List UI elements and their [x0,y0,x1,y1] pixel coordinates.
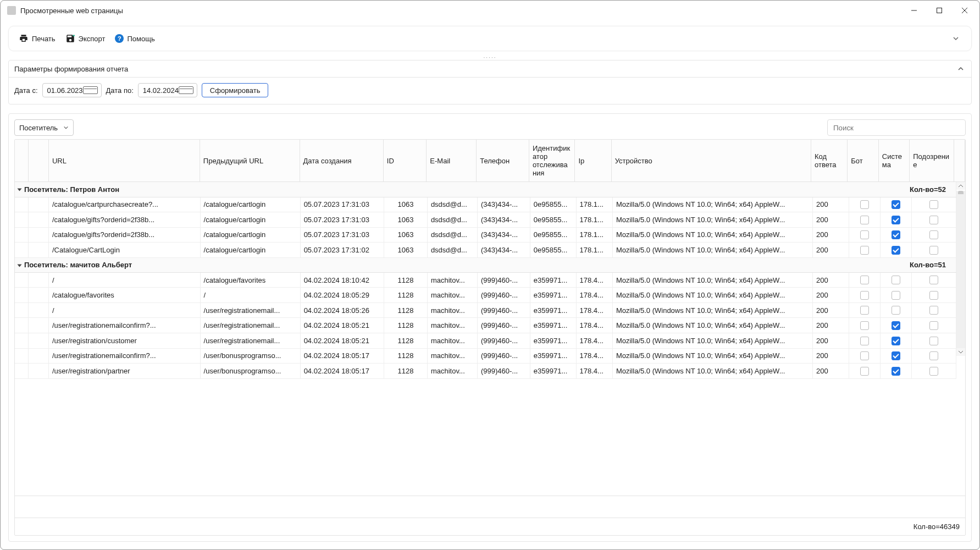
checkbox-system[interactable] [892,306,900,315]
toolbar-collapse-button[interactable] [950,33,961,44]
header-system[interactable]: Система [878,140,909,182]
table-row[interactable]: /user/registrationemailconfirm?.../user/… [15,348,956,364]
print-icon [19,34,29,43]
cell-ip: 178.1... [576,227,612,243]
header-device[interactable]: Устройство [611,140,811,182]
checkbox-bot[interactable] [860,246,869,255]
header-tracking[interactable]: Идентификатор отслеживания [529,140,574,182]
cell-email: machitov... [427,364,477,379]
checkbox-system[interactable] [892,351,900,360]
checkbox-suspicion[interactable] [929,291,938,300]
group-row[interactable]: Посетитель: Петров АнтонКол-во=52 [15,182,956,197]
close-button[interactable] [952,2,977,19]
scroll-up-icon[interactable] [956,182,965,190]
table-row[interactable]: //catalogue/favorites04.02.2024 18:10:42… [15,272,956,288]
checkbox-system[interactable] [892,200,900,209]
checkbox-system[interactable] [892,291,900,300]
checkbox-suspicion[interactable] [929,276,938,284]
date-to-input[interactable]: 14.02.2024 [138,83,197,97]
help-icon: ? [115,34,124,43]
print-button[interactable]: Печать [19,34,56,43]
cell-prev-url: /user/bonusprogramso... [200,348,300,364]
cell-phone: (999)460-... [477,288,530,303]
checkbox-system[interactable] [892,337,900,345]
checkbox-system[interactable] [892,321,900,330]
checkbox-system[interactable] [892,230,900,239]
checkbox-bot[interactable] [860,230,869,239]
checkbox-bot[interactable] [860,276,869,284]
checkbox-bot[interactable] [860,200,869,209]
maximize-button[interactable] [927,2,952,19]
chevron-down-icon [63,124,69,132]
table-row[interactable]: /user/registrationemailconfirm?.../user/… [15,318,956,333]
checkbox-system[interactable] [892,367,900,376]
cell-device: Mozilla/5.0 (Windows NT 10.0; Win64; x64… [612,364,812,379]
table-row[interactable]: /catalogue/favorites/04.02.2024 18:05:29… [15,288,956,303]
header-id[interactable]: ID [383,140,427,182]
table-row[interactable]: /user/registration/partner/user/bonuspro… [15,364,956,379]
cell-tracking: 0e95855... [530,212,576,228]
calendar-icon[interactable] [83,86,98,94]
generate-button[interactable]: Сформировать [202,83,269,97]
checkbox-suspicion[interactable] [929,306,938,315]
vertical-scrollbar[interactable] [956,182,965,496]
cell-email: machitov... [427,288,477,303]
cell-date: 04.02.2024 18:05:17 [300,348,384,364]
checkbox-bot[interactable] [860,337,869,345]
checkbox-bot[interactable] [860,367,869,376]
minimize-button[interactable] [901,2,927,19]
checkbox-system[interactable] [892,246,900,255]
checkbox-bot[interactable] [860,216,869,224]
checkbox-bot[interactable] [860,321,869,330]
table-row[interactable]: /user/registration/customer/user/registr… [15,333,956,349]
header-created[interactable]: Дата создания [300,140,383,182]
checkbox-suspicion[interactable] [929,216,938,224]
collapse-icon[interactable] [18,264,22,267]
cell-prev-url: /catalogue/cartlogin [200,243,300,258]
help-button[interactable]: ? Помощь [115,34,154,43]
header-email[interactable]: E-Mail [427,140,477,182]
header-ip[interactable]: Ip [575,140,611,182]
header-prev-url[interactable]: Предыдущий URL [200,140,300,182]
checkbox-bot[interactable] [860,351,869,360]
export-button[interactable]: Экспорт [65,34,106,43]
date-to-label: Дата по: [106,86,134,95]
checkbox-suspicion[interactable] [929,321,938,330]
calendar-icon[interactable] [179,86,193,94]
collapse-icon[interactable] [18,189,22,191]
cell-tracking: e359971... [530,288,576,303]
checkbox-bot[interactable] [860,291,869,300]
splitter[interactable]: ····· [8,54,972,60]
table-row[interactable]: /catalogue/cartpurchasecreate?.../catalo… [15,197,956,212]
header-url[interactable]: URL [48,140,200,182]
header-phone[interactable]: Телефон [477,140,529,182]
header-code[interactable]: Код ответа [811,140,848,182]
params-collapse-button[interactable] [956,64,966,74]
table-row[interactable]: /catalogue/gifts?orderid=2f38b.../catalo… [15,212,956,228]
checkbox-suspicion[interactable] [929,351,938,360]
checkbox-suspicion[interactable] [929,367,938,376]
checkbox-system[interactable] [892,216,900,224]
date-from-input[interactable]: 01.06.2023 [42,83,102,97]
cell-email: dsdsd@d... [427,212,477,228]
group-row[interactable]: Посетитель: мачитов АльбертКол-во=51 [15,257,956,272]
checkbox-bot[interactable] [860,306,869,315]
cell-phone: (999)460-... [477,333,530,349]
checkbox-suspicion[interactable] [929,246,938,255]
checkbox-suspicion[interactable] [929,337,938,345]
cell-email: machitov... [427,272,477,288]
cell-ip: 178.4... [576,288,612,303]
table-row[interactable]: //user/registrationemail...04.02.2024 18… [15,302,956,318]
checkbox-suspicion[interactable] [929,200,938,209]
cell-prev-url: /catalogue/cartlogin [200,227,300,243]
scroll-down-icon[interactable] [956,348,965,356]
cell-code: 200 [813,333,849,349]
header-bot[interactable]: Бот [848,140,878,182]
group-by-select[interactable]: Посетитель [14,119,74,136]
header-suspicion[interactable]: Подозрение [910,140,954,182]
checkbox-system[interactable] [892,276,900,284]
table-row[interactable]: /catalogue/gifts?orderid=2f38b.../catalo… [15,227,956,243]
table-row[interactable]: /Catalogue/CartLogin/catalogue/cartlogin… [15,243,956,258]
search-input[interactable] [827,119,966,136]
checkbox-suspicion[interactable] [929,230,938,239]
